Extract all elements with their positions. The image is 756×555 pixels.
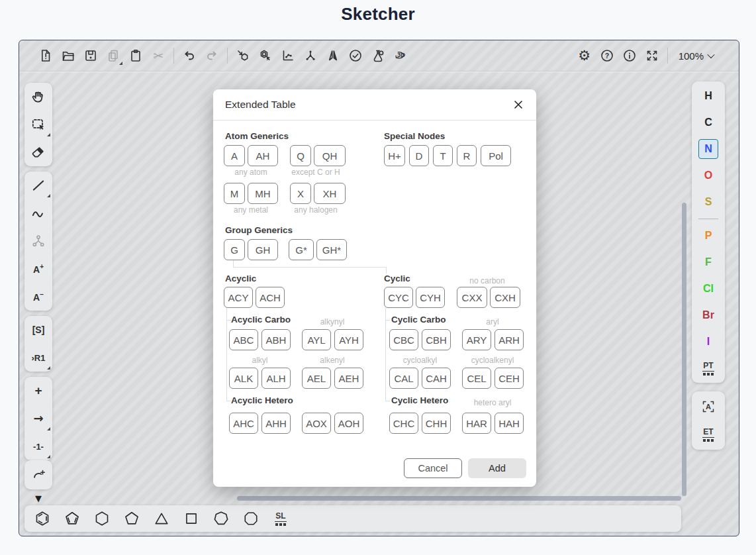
undo-button[interactable] (178, 44, 201, 67)
template-cyclooctane-button[interactable] (240, 507, 262, 530)
horizontal-scrollbar[interactable] (237, 496, 681, 501)
generic-QH-button[interactable]: QH (314, 145, 346, 166)
template-cyclopentane-button[interactable] (120, 507, 143, 530)
special-Hplus-button[interactable]: H+ (384, 145, 405, 166)
redo-button[interactable] (201, 44, 223, 67)
generic-ALK-button[interactable]: ALK (229, 368, 258, 389)
generic-Q-button[interactable]: Q (290, 145, 311, 166)
special-D-button[interactable]: D (409, 145, 429, 166)
generic-AYH-button[interactable]: AYH (334, 329, 363, 350)
cut-button[interactable]: ✂ (147, 44, 169, 67)
stereochemistry-button[interactable] (322, 44, 344, 67)
paste-button[interactable] (124, 44, 147, 67)
special-T-button[interactable]: T (433, 145, 453, 166)
generic-HAR-button[interactable]: HAR (462, 413, 491, 434)
generic-ARH-button[interactable]: ARH (495, 329, 524, 350)
aromatize-button[interactable] (232, 44, 254, 67)
template-cyclohexane-button[interactable] (91, 507, 113, 530)
generic-AHC-button[interactable]: AHC (229, 413, 258, 434)
template-cyclopentadiene-button[interactable] (61, 507, 83, 530)
vertical-scrollbar[interactable] (682, 203, 686, 496)
extended-table-button[interactable]: ET (692, 421, 725, 448)
special-Pol-button[interactable]: Pol (481, 145, 511, 166)
element-F-button[interactable]: F (692, 249, 725, 276)
generic-AOH-button[interactable]: AOH (334, 413, 363, 434)
cancel-button[interactable]: Cancel (404, 458, 462, 478)
bond-tool-button[interactable] (24, 172, 52, 199)
erase-tool-button[interactable] (24, 138, 52, 166)
generic-CAH-button[interactable]: CAH (422, 368, 451, 389)
element-O-button[interactable]: O (692, 162, 725, 189)
element-C-button[interactable]: C (692, 109, 725, 136)
structure-library-button[interactable]: SL (269, 507, 292, 530)
charge-plus-button[interactable]: A+ (24, 255, 52, 283)
hand-tool-button[interactable] (24, 83, 52, 111)
element-N-button[interactable]: N (692, 136, 725, 162)
about-button[interactable] (618, 44, 641, 67)
generic-AEL-button[interactable]: AEL (302, 368, 331, 389)
reaction-arrow-button[interactable]: → (24, 405, 52, 432)
template-benzene-button[interactable] (31, 507, 54, 530)
generic-X-button[interactable]: X (290, 183, 311, 204)
generic-A-button[interactable]: A (224, 145, 245, 166)
fullscreen-button[interactable] (641, 44, 663, 67)
generic-ACH-button[interactable]: ACH (256, 287, 285, 308)
save-button[interactable] (79, 44, 102, 67)
template-cyclopropane-button[interactable] (150, 507, 173, 530)
generic-ALH-button[interactable]: ALH (261, 368, 291, 389)
generic-CHH-button[interactable]: CHH (422, 413, 451, 434)
generic-CEH-button[interactable]: CEH (495, 368, 524, 389)
selection-tool-button[interactable] (24, 111, 52, 138)
sgroup-tool-button[interactable]: [S] (24, 316, 52, 344)
generic-AHH-button[interactable]: AHH (261, 413, 291, 434)
zoom-control[interactable]: 100% (679, 50, 714, 62)
calculated-values-button[interactable] (367, 44, 389, 67)
generic-CBC-button[interactable]: CBC (389, 329, 418, 350)
generic-Gstar-button[interactable]: G* (289, 239, 314, 260)
generic-CHC-button[interactable]: CHC (389, 413, 418, 434)
generic-G-button[interactable]: G (224, 239, 245, 260)
new-document-button[interactable] (34, 44, 57, 67)
chain-tool-button[interactable] (24, 199, 52, 227)
generic-CYH-button[interactable]: CYH (416, 287, 445, 308)
periodic-table-button[interactable]: PT (692, 355, 725, 381)
settings-button[interactable]: ⚙ (573, 44, 596, 67)
generic-ABH-button[interactable]: ABH (261, 329, 291, 350)
generic-MH-button[interactable]: MH (248, 183, 278, 204)
3d-viewer-button[interactable]: 3D (389, 44, 412, 67)
generic-CXX-button[interactable]: CXX (457, 287, 487, 308)
generic-CXH-button[interactable]: CXH (490, 287, 520, 308)
help-button[interactable]: ? (596, 44, 618, 67)
copy-button[interactable] (102, 44, 124, 67)
element-Br-button[interactable]: Br (692, 302, 725, 328)
generic-AYL-button[interactable]: AYL (302, 329, 331, 350)
reaction-plus-button[interactable]: + (24, 377, 52, 405)
generic-ABC-button[interactable]: ABC (229, 329, 258, 350)
element-S-button[interactable]: S (692, 189, 725, 215)
element-I-button[interactable]: I (692, 328, 725, 355)
generic-CYC-button[interactable]: CYC (384, 287, 413, 308)
template-cycloheptane-button[interactable] (210, 507, 232, 530)
generic-ARY-button[interactable]: ARY (462, 329, 491, 350)
generic-HAH-button[interactable]: HAH (495, 413, 524, 434)
generic-CAL-button[interactable]: CAL (389, 368, 418, 389)
expand-tools-button[interactable]: ▼ (24, 491, 52, 505)
reaction-map-button[interactable]: -1- (24, 432, 52, 460)
generic-GH-button[interactable]: GH (248, 239, 278, 260)
generic-XH-button[interactable]: XH (314, 183, 346, 204)
template-cyclobutane-button[interactable] (180, 507, 203, 530)
structure-select-button[interactable] (254, 44, 277, 67)
enhanced-stereo-button[interactable] (24, 227, 52, 255)
layout-button[interactable] (277, 44, 299, 67)
element-H-button[interactable]: H (692, 83, 725, 109)
arc-plus-tool-button[interactable] (24, 460, 52, 489)
element-Cl-button[interactable]: Cl (692, 276, 725, 302)
generic-AOX-button[interactable]: AOX (302, 413, 331, 434)
generic-ACY-button[interactable]: ACY (224, 287, 253, 308)
generic-M-button[interactable]: M (224, 183, 245, 204)
charge-minus-button[interactable]: A− (24, 283, 52, 311)
special-R-button[interactable]: R (457, 145, 477, 166)
close-dialog-button[interactable] (512, 99, 524, 111)
element-P-button[interactable]: P (692, 223, 725, 249)
generic-GHstar-button[interactable]: GH* (316, 239, 347, 260)
